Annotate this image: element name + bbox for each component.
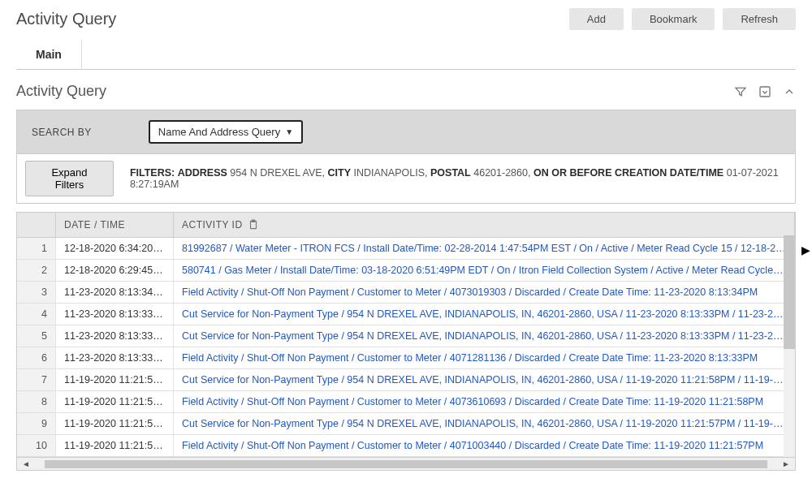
section-title: Activity Query [16, 83, 106, 100]
table-row: 112-18-2020 6:34:20AM81992687 / Water Me… [17, 238, 795, 260]
clipboard-icon[interactable] [248, 219, 259, 230]
col-activity-label: ACTIVITY ID [182, 219, 243, 230]
svg-rect-0 [760, 87, 770, 97]
bookmark-button[interactable]: Bookmark [632, 8, 715, 30]
row-number: 10 [17, 435, 56, 456]
row-activity-link[interactable]: Cut Service for Non-Payment Type / 954 N… [174, 304, 795, 325]
expand-filters-button[interactable]: Expand Filters [25, 161, 114, 196]
vertical-scrollbar[interactable] [784, 235, 795, 457]
table-row: 911-19-2020 11:21:57PMCut Service for No… [17, 413, 795, 435]
dropdown-value: Name And Address Query [158, 126, 280, 138]
filter-icon[interactable] [734, 85, 747, 98]
row-activity-link[interactable]: Field Activity / Shut-Off Non Payment / … [174, 391, 795, 412]
table-row: 611-23-2020 8:13:33PMField Activity / Sh… [17, 347, 795, 369]
collapse-icon[interactable] [783, 85, 796, 98]
col-datetime[interactable]: DATE / TIME [56, 213, 174, 237]
row-datetime: 11-19-2020 11:21:58PM [56, 391, 174, 412]
row-activity-link[interactable]: Field Activity / Shut-Off Non Payment / … [174, 347, 795, 368]
row-number: 7 [17, 369, 56, 390]
row-activity-link[interactable]: 81992687 / Water Meter - ITRON FCS / Ins… [174, 238, 795, 259]
scroll-left-icon[interactable]: ◄ [22, 459, 30, 468]
row-number: 6 [17, 347, 56, 368]
col-activity[interactable]: ACTIVITY ID [174, 213, 795, 237]
filter-address-value: 954 N DREXEL AVE, [230, 167, 325, 179]
horizontal-scrollbar[interactable]: ◄ ► [17, 457, 795, 470]
row-datetime: 11-19-2020 11:21:57PM [56, 413, 174, 434]
row-number: 5 [17, 325, 56, 347]
row-number: 3 [17, 282, 56, 303]
row-number: 9 [17, 413, 56, 434]
add-button[interactable]: Add [569, 8, 624, 30]
row-activity-link[interactable]: Field Activity / Shut-Off Non Payment / … [174, 435, 795, 456]
table-row: 411-23-2020 8:13:33PMCut Service for Non… [17, 304, 795, 325]
row-datetime: 11-19-2020 11:21:58PM [56, 369, 174, 390]
table-row: 711-19-2020 11:21:58PMCut Service for No… [17, 369, 795, 391]
row-activity-link[interactable]: Cut Service for Non-Payment Type / 954 N… [174, 369, 795, 390]
row-datetime: 11-23-2020 8:13:33PM [56, 325, 174, 347]
table-row: 811-19-2020 11:21:58PMField Activity / S… [17, 391, 795, 413]
filter-city-label: CITY [328, 167, 351, 179]
chevron-down-icon: ▼ [285, 127, 293, 136]
tab-main[interactable]: Main [16, 40, 82, 69]
table-row: 511-23-2020 8:13:33PMCut Service for Non… [17, 325, 795, 347]
refresh-button[interactable]: Refresh [723, 8, 796, 30]
side-expand-icon[interactable]: ▶ [801, 243, 810, 256]
row-activity-link[interactable]: Cut Service for Non-Payment Type / 954 N… [174, 325, 795, 347]
table-row: 1011-19-2020 11:21:57PMField Activity / … [17, 435, 795, 457]
filter-address-label: ADDRESS [178, 167, 227, 179]
horizontal-scrollbar-thumb[interactable] [45, 460, 767, 468]
filter-postal-label: POSTAL [430, 167, 471, 179]
vertical-scrollbar-thumb[interactable] [784, 235, 795, 349]
search-by-dropdown[interactable]: Name And Address Query ▼ [149, 120, 303, 144]
row-number: 4 [17, 304, 56, 325]
filters-summary: FILTERS: ADDRESS 954 N DREXEL AVE, CITY … [130, 167, 795, 190]
filter-date-label: ON OR BEFORE CREATION DATE/TIME [533, 167, 723, 179]
search-by-label: SEARCH BY [32, 127, 92, 138]
results-table: DATE / TIME ACTIVITY ID 112-18-2020 6:34… [16, 212, 796, 471]
filters-prefix: FILTERS: [130, 167, 175, 179]
row-datetime: 12-18-2020 6:29:45AM [56, 260, 174, 281]
row-datetime: 11-23-2020 8:13:33PM [56, 347, 174, 368]
row-number: 8 [17, 391, 56, 412]
options-icon[interactable] [758, 85, 771, 98]
search-bar: SEARCH BY Name And Address Query ▼ [16, 110, 796, 154]
row-datetime: 11-19-2020 11:21:57PM [56, 435, 174, 456]
row-datetime: 11-23-2020 8:13:33PM [56, 304, 174, 325]
page-title: Activity Query [16, 10, 116, 28]
row-activity-link[interactable]: Cut Service for Non-Payment Type / 954 N… [174, 413, 795, 434]
top-buttons: Add Bookmark Refresh [569, 8, 796, 30]
row-datetime: 12-18-2020 6:34:20AM [56, 238, 174, 259]
col-rownum [17, 213, 56, 237]
scroll-right-icon[interactable]: ► [782, 459, 790, 468]
row-number: 2 [17, 260, 56, 281]
tabs: Main [16, 40, 796, 70]
row-activity-link[interactable]: 580741 / Gas Meter / Install Date/Time: … [174, 260, 795, 281]
table-row: 311-23-2020 8:13:34PMField Activity / Sh… [17, 282, 795, 304]
table-row: 212-18-2020 6:29:45AM580741 / Gas Meter … [17, 260, 795, 282]
row-number: 1 [17, 238, 56, 259]
filter-postal-value: 46201-2860, [473, 167, 530, 179]
row-activity-link[interactable]: Field Activity / Shut-Off Non Payment / … [174, 282, 795, 303]
filter-city-value: INDIANAPOLIS, [354, 167, 428, 179]
row-datetime: 11-23-2020 8:13:34PM [56, 282, 174, 303]
